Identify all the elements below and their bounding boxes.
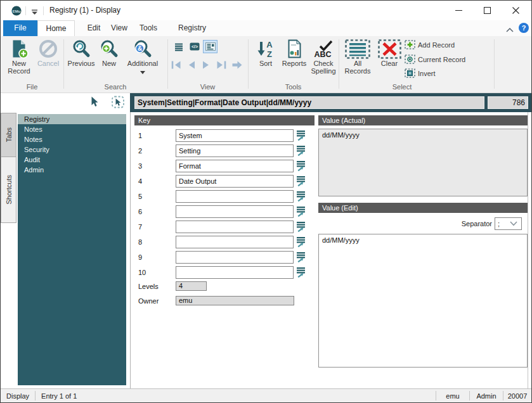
tab-list-item-registry[interactable]: Registry [18,114,126,124]
first-record-button[interactable] [169,59,182,70]
cancel-button[interactable]: Cancel [34,38,62,67]
lookup-list-icon[interactable] [296,191,306,203]
new-search-button[interactable]: New [97,38,121,67]
ribbon-collapse-icon[interactable] [506,26,514,34]
key-row-number: 7 [138,221,157,233]
all-records-button[interactable]: All Records [342,38,373,75]
owner-label: Owner [138,297,159,306]
key-input-3[interactable] [176,160,294,172]
view-code-button[interactable]: </> [187,40,202,53]
value-edit-box[interactable]: dd/MM/yyyy [318,234,528,368]
sort-button[interactable]: AZ Sort [253,38,278,67]
help-icon[interactable]: ? [519,23,529,34]
quick-access-dropdown-icon[interactable] [31,9,38,16]
previous-record-button[interactable] [185,59,197,70]
tab-list: Registry Notes Notes Security Audit Admi… [18,114,126,385]
tab-list-item-audit[interactable]: Audit [18,155,126,165]
ribbon: New Record Cancel File Previous New & Ad… [1,36,531,93]
key-input-2[interactable] [176,144,294,157]
key-input-7[interactable] [176,221,294,233]
lookup-list-icon[interactable] [296,160,306,173]
clear-selection-button[interactable]: Clear [375,38,403,67]
key-input-1[interactable] [176,129,294,142]
key-row-number: 2 [138,144,157,157]
lookup-list-icon[interactable] [296,252,306,264]
tab-list-item-security[interactable]: Security [18,144,126,155]
tab-list-item-notes[interactable]: Notes [18,124,126,134]
window-title: Registry (1) - Display [49,1,120,20]
ribbon-group-label-file: File [1,83,63,92]
tab-file[interactable]: File [3,20,37,36]
cursor-select-icon[interactable] [112,96,125,110]
svg-text:EMu: EMu [13,10,21,13]
check-spelling-button[interactable]: ABC Check Spelling [309,38,337,75]
view-code-icon: </> [190,42,200,51]
close-button[interactable] [502,1,530,20]
record-count[interactable]: 786 [488,96,528,109]
pane-divider [130,112,131,388]
view-form-button[interactable] [203,40,217,53]
summary-bar: System|Setting|Format|Date Output|dd/MM/… [130,93,531,112]
next-record-button[interactable] [200,59,212,70]
status-entry: Entry 1 of 1 [36,392,82,400]
status-group: Admin [470,392,503,400]
ribbon-group-separator [167,39,168,89]
key-input-6[interactable] [176,205,294,218]
tab-tools[interactable]: Tools [129,20,167,36]
new-record-icon [9,38,29,60]
reports-button[interactable]: Reports [280,38,309,67]
view-list-icon [174,42,184,51]
summary-row: System|Setting|Format|Date Output|dd/MM/… [1,93,531,112]
lookup-list-icon[interactable] [296,267,306,279]
key-input-8[interactable] [176,236,294,248]
lookup-list-icon[interactable] [296,221,306,234]
content-right-border [528,112,528,388]
sidebar-tab-tabs[interactable]: Tabs [1,113,16,157]
sidebar-tab-shortcuts[interactable]: Shortcuts [1,157,16,223]
key-input-5[interactable] [176,190,294,203]
key-input-4[interactable] [176,175,294,188]
owner-value: emu [176,296,294,305]
svg-text:ABC: ABC [314,50,331,59]
tab-list-item-notes2[interactable]: Notes [18,134,126,144]
lookup-list-icon[interactable] [296,236,306,249]
key-row-number: 8 [138,236,157,248]
previous-search-button[interactable]: Previous [66,38,96,67]
status-number: 20007 [503,392,531,400]
view-list-button[interactable] [171,40,186,53]
reports-icon [284,38,304,60]
value-edit-header: Value (Edit) [318,203,528,213]
key-input-9[interactable] [176,251,294,264]
key-input-10[interactable] [176,266,294,279]
app-icon[interactable]: EMu [11,6,22,17]
last-record-button[interactable] [215,59,228,70]
all-records-icon [345,38,370,60]
add-record-icon [405,40,415,51]
status-mode: Display [1,392,35,400]
maximize-button[interactable] [473,1,502,20]
lookup-list-icon[interactable] [296,176,306,188]
tab-home[interactable]: Home [37,20,75,36]
goto-record-button[interactable] [230,59,243,70]
tab-list-item-admin[interactable]: Admin [18,165,126,175]
record-summary[interactable]: System|Setting|Format|Date Output|dd/MM/… [134,96,484,109]
invert-selection-icon [405,68,415,79]
separator-label: Separator [419,217,492,230]
minimize-button[interactable] [444,1,473,20]
new-record-button[interactable]: New Record [4,38,34,75]
ribbon-group-label-tools: Tools [248,83,339,92]
invert-selection-button[interactable]: Invert [405,68,436,79]
separator-combobox[interactable]: ; [495,217,522,230]
current-record-select-button[interactable]: Current Record [405,54,465,65]
lookup-list-icon[interactable] [296,206,306,219]
lookup-list-icon[interactable] [296,130,306,143]
clear-selection-icon [378,38,401,60]
add-record-select-button[interactable]: Add Record [405,40,455,50]
main-area: Tabs Shortcuts Registry Notes Notes Secu… [1,112,531,388]
lookup-list-icon[interactable] [296,145,306,158]
tab-registry[interactable]: Registry [167,20,217,36]
cursor-arrow-icon[interactable] [91,96,99,109]
ribbon-group-label-view: View [167,83,248,92]
additional-search-button[interactable]: & Additional [122,38,163,75]
sort-icon: AZ [256,38,276,60]
